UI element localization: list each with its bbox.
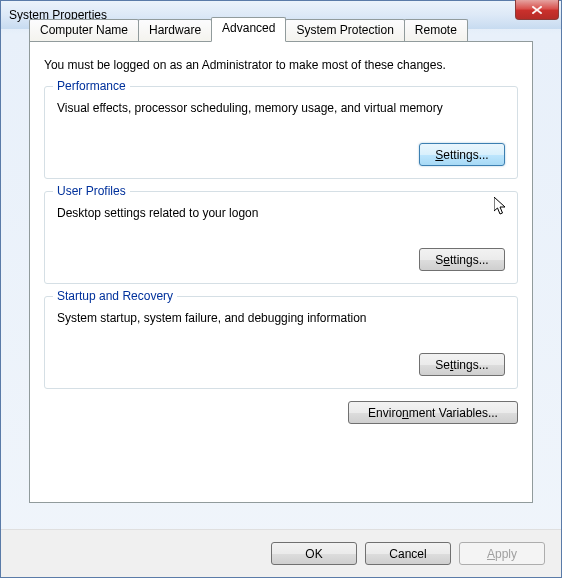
tab-panel-advanced: You must be logged on as an Administrato… (29, 41, 533, 503)
performance-legend: Performance (53, 79, 130, 93)
tab-remote[interactable]: Remote (404, 19, 468, 41)
system-properties-window: System Properties Computer Name Hardware… (0, 0, 562, 578)
tab-system-protection[interactable]: System Protection (285, 19, 404, 41)
performance-settings-button[interactable]: Settings... (419, 143, 505, 166)
apply-button[interactable]: Apply (459, 542, 545, 565)
tab-control: Computer Name Hardware Advanced System P… (21, 41, 541, 511)
performance-group: Performance Visual effects, processor sc… (44, 86, 518, 179)
tab-computer-name[interactable]: Computer Name (29, 19, 139, 41)
close-button[interactable] (515, 0, 559, 20)
tab-advanced[interactable]: Advanced (211, 17, 286, 42)
environment-variables-button[interactable]: Environment Variables... (348, 401, 518, 424)
user-profiles-desc: Desktop settings related to your logon (57, 206, 505, 220)
startup-recovery-settings-button[interactable]: Settings... (419, 353, 505, 376)
tab-hardware[interactable]: Hardware (138, 19, 212, 41)
user-profiles-settings-button[interactable]: Settings... (419, 248, 505, 271)
admin-info-text: You must be logged on as an Administrato… (44, 58, 518, 72)
dialog-button-bar: OK Cancel Apply (1, 529, 561, 577)
user-profiles-legend: User Profiles (53, 184, 130, 198)
startup-recovery-legend: Startup and Recovery (53, 289, 177, 303)
tabs-row: Computer Name Hardware Advanced System P… (29, 19, 467, 41)
startup-recovery-group: Startup and Recovery System startup, sys… (44, 296, 518, 389)
cancel-button[interactable]: Cancel (365, 542, 451, 565)
performance-desc: Visual effects, processor scheduling, me… (57, 101, 505, 115)
user-profiles-group: User Profiles Desktop settings related t… (44, 191, 518, 284)
close-icon (531, 5, 543, 15)
startup-recovery-desc: System startup, system failure, and debu… (57, 311, 505, 325)
ok-button[interactable]: OK (271, 542, 357, 565)
